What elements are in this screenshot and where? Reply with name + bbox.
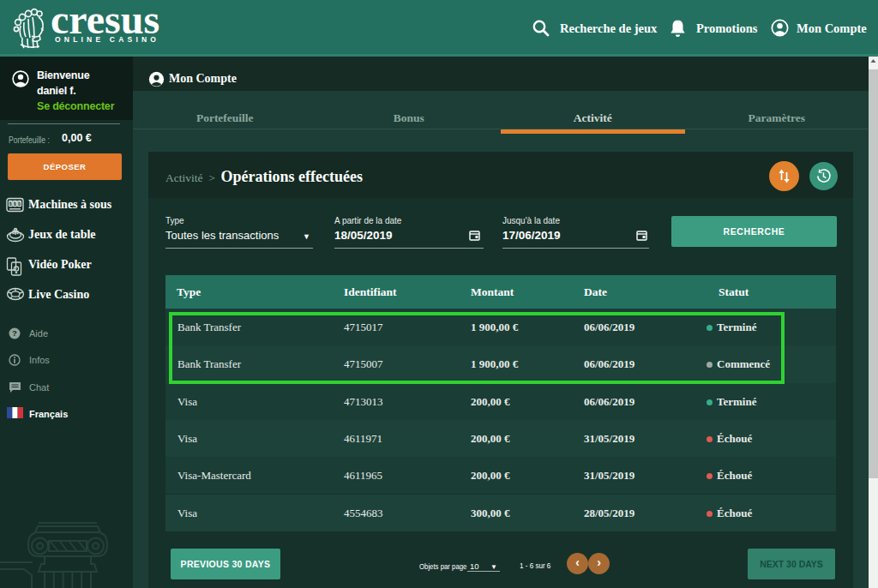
svg-text:7: 7 [9, 201, 12, 206]
svg-text:?: ? [12, 328, 17, 338]
svg-text:7: 7 [15, 201, 17, 206]
svg-text:7: 7 [19, 201, 21, 206]
